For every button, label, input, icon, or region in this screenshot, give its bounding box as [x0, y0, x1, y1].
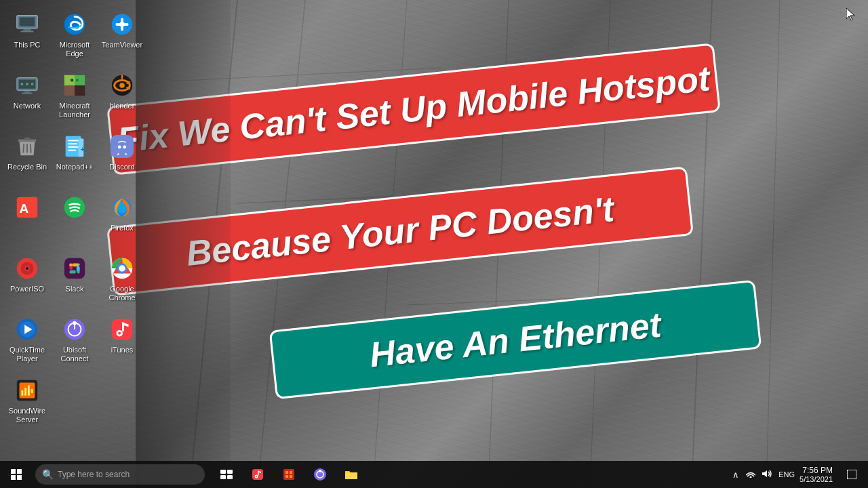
svg-point-22: [31, 83, 34, 85]
desktop-icon-ubisoft-connect[interactable]: Ubisoft Connect: [51, 312, 98, 373]
desktop-icon-chrome[interactable]: Google Chrome: [98, 251, 146, 312]
edge-icon: [61, 11, 88, 38]
svg-rect-108: [290, 475, 292, 478]
desktop-icons: This PC Microsoft Edge TeamViewer: [0, 0, 149, 461]
svg-rect-46: [68, 146, 79, 148]
teamviewer-label: TeamViewer: [102, 41, 142, 49]
svg-rect-98: [220, 475, 226, 479]
svg-rect-87: [21, 390, 23, 396]
discord-icon: [108, 133, 136, 160]
taskbar-itunes-pinned[interactable]: [243, 461, 273, 488]
itunes-label: iTunes: [111, 346, 134, 354]
ubisoft-label: Ubisoft Connect: [53, 346, 97, 363]
svg-rect-93: [17, 469, 22, 474]
tray-show-hidden[interactable]: ∧: [730, 470, 741, 480]
edge-label: Microsoft Edge: [53, 41, 97, 58]
notification-button[interactable]: [841, 461, 863, 488]
svg-rect-94: [11, 475, 16, 480]
svg-point-21: [26, 83, 28, 85]
network-icon: [14, 72, 41, 99]
desktop-icon-teamviewer[interactable]: TeamViewer: [98, 7, 146, 68]
banner-line-3: Have An Ethernet: [269, 280, 762, 400]
svg-marker-114: [762, 470, 767, 477]
svg-rect-13: [23, 29, 31, 31]
quicktime-icon: [14, 316, 41, 343]
taskbar: 🔍 Type here to search: [0, 461, 868, 488]
svg-rect-27: [64, 85, 75, 96]
svg-rect-68: [77, 270, 80, 274]
search-bar[interactable]: 🔍 Type here to search: [35, 464, 205, 485]
desktop-icon-minecraft[interactable]: Minecraft Launcher: [51, 68, 98, 129]
svg-point-79: [73, 321, 77, 325]
desktop-icon-itunes[interactable]: iTunes: [98, 312, 146, 373]
svg-rect-92: [11, 469, 16, 474]
recycle-bin-label: Recycle Bin: [7, 163, 47, 171]
desktop-icon-recycle-bin[interactable]: Recycle Bin: [3, 129, 51, 190]
svg-rect-67: [69, 270, 76, 274]
search-icon: 🔍: [42, 469, 54, 480]
svg-rect-115: [847, 470, 856, 479]
desktop-icon-this-pc[interactable]: This PC: [3, 7, 51, 68]
svg-rect-24: [22, 92, 32, 94]
svg-point-34: [119, 83, 125, 88]
svg-rect-97: [227, 470, 233, 474]
slack-icon: [61, 255, 88, 282]
network-label: Network: [14, 102, 41, 110]
banner-line-2: Because Your PC Doesn't: [106, 166, 694, 296]
desktop-icon-network[interactable]: Network: [3, 68, 51, 129]
banner-line-1: Fix We Can't Set Up Mobile Hotspot: [106, 43, 721, 176]
desktop-icon-edge[interactable]: Microsoft Edge: [51, 7, 98, 68]
clock-time: 7:56 PM: [800, 466, 833, 475]
teamviewer-icon: [108, 11, 136, 38]
tray-network[interactable]: [744, 470, 757, 480]
itunes-icon: [108, 316, 136, 343]
svg-text:A: A: [20, 201, 29, 216]
svg-rect-107: [285, 475, 288, 478]
tray-volume[interactable]: [760, 470, 774, 480]
svg-rect-45: [68, 143, 77, 144]
desktop-icon-slack[interactable]: Slack: [51, 251, 98, 312]
desktop-icon-soundwire-server[interactable]: SoundWire Server: [3, 373, 51, 434]
svg-point-17: [119, 22, 125, 27]
desktop-icon-quicktime-player[interactable]: QuickTime Player: [3, 312, 51, 373]
svg-line-40: [23, 144, 24, 152]
desktop-icon-blender[interactable]: blender: [98, 68, 146, 129]
start-button[interactable]: [0, 461, 33, 488]
search-placeholder: Type here to search: [58, 470, 130, 479]
firefox-icon: [108, 194, 136, 221]
taskbar-files-pinned[interactable]: [336, 461, 366, 488]
desktop-icon-poweriso[interactable]: PowerISO: [3, 251, 51, 312]
taskbar-center-icons: [212, 461, 366, 488]
taskbar-task-view[interactable]: [212, 461, 241, 488]
svg-rect-90: [31, 389, 33, 393]
desktop-icon-discord[interactable]: Discord: [98, 129, 146, 190]
desktop-icon-spotify[interactable]: [51, 190, 98, 251]
poweriso-icon: [14, 255, 41, 282]
soundwire-icon: [14, 377, 41, 404]
svg-point-111: [319, 470, 321, 472]
banner-3-text: Have An Ethernet: [368, 304, 663, 375]
system-clock[interactable]: 7:56 PM 5/13/2021: [800, 466, 833, 483]
svg-point-113: [750, 476, 752, 478]
desktop-icon-firefox[interactable]: Firefox: [98, 190, 146, 251]
notepadpp-icon: ++: [61, 133, 88, 160]
this-pc-icon: [14, 11, 41, 38]
svg-marker-91: [846, 8, 854, 20]
banner-2-text: Because Your PC Doesn't: [184, 188, 616, 274]
taskbar-ubisoft-pinned[interactable]: [305, 461, 335, 488]
svg-text:++: ++: [81, 145, 87, 153]
recycle-bin-icon: [14, 133, 41, 160]
desktop-icon-notepadpp[interactable]: ++ Notepad++: [51, 129, 98, 190]
spotify-icon: [61, 194, 88, 221]
chrome-label: Google Chrome: [100, 285, 144, 302]
svg-rect-30: [71, 79, 73, 82]
svg-rect-14: [21, 31, 34, 33]
tray-language[interactable]: ENG: [776, 470, 797, 479]
taskbar-media-icon[interactable]: [274, 461, 304, 488]
svg-line-42: [31, 144, 31, 152]
desktop-icon-acrobat[interactable]: A: [3, 190, 51, 251]
svg-rect-105: [285, 471, 288, 474]
this-pc-label: This PC: [14, 41, 40, 49]
svg-rect-96: [220, 470, 226, 474]
svg-rect-112: [345, 472, 357, 479]
